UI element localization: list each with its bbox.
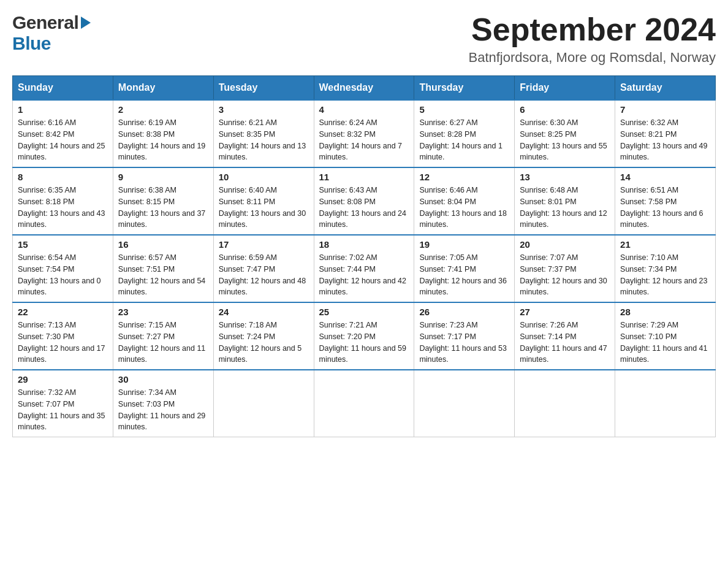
day-number: 25 — [319, 307, 409, 317]
day-number: 16 — [118, 239, 208, 250]
day-info: Sunrise: 7:15 AM Sunset: 7:27 PM Dayligh… — [118, 320, 208, 366]
day-info: Sunrise: 6:48 AM Sunset: 8:01 PM Dayligh… — [520, 185, 610, 231]
logo: General Blue — [12, 12, 91, 54]
calendar-week-2: 8 Sunrise: 6:35 AM Sunset: 8:18 PM Dayli… — [13, 167, 716, 235]
calendar-cell: 20 Sunrise: 7:07 AM Sunset: 7:37 PM Dayl… — [515, 235, 615, 302]
day-info: Sunrise: 6:43 AM Sunset: 8:08 PM Dayligh… — [319, 185, 409, 231]
day-number: 19 — [419, 239, 509, 250]
day-number: 23 — [118, 307, 208, 317]
day-number: 10 — [219, 172, 309, 182]
weekday-header-saturday: Saturday — [615, 76, 716, 101]
day-number: 13 — [520, 172, 610, 182]
calendar-cell: 1 Sunrise: 6:16 AM Sunset: 8:42 PM Dayli… — [13, 100, 113, 167]
day-info: Sunrise: 7:32 AM Sunset: 7:07 PM Dayligh… — [18, 387, 108, 433]
day-number: 8 — [18, 172, 108, 182]
month-title: September 2024 — [469, 12, 716, 47]
day-number: 28 — [620, 307, 710, 317]
day-info: Sunrise: 6:16 AM Sunset: 8:42 PM Dayligh… — [18, 117, 108, 163]
calendar-cell — [314, 370, 414, 437]
calendar-cell: 18 Sunrise: 7:02 AM Sunset: 7:44 PM Dayl… — [314, 235, 414, 302]
calendar-week-5: 29 Sunrise: 7:32 AM Sunset: 7:07 PM Dayl… — [13, 370, 716, 437]
calendar-cell: 16 Sunrise: 6:57 AM Sunset: 7:51 PM Dayl… — [113, 235, 213, 302]
day-info: Sunrise: 7:34 AM Sunset: 7:03 PM Dayligh… — [118, 387, 208, 433]
day-number: 3 — [219, 104, 309, 115]
day-info: Sunrise: 7:07 AM Sunset: 7:37 PM Dayligh… — [520, 252, 610, 298]
calendar-week-3: 15 Sunrise: 6:54 AM Sunset: 7:54 PM Dayl… — [13, 235, 716, 302]
day-number: 30 — [118, 374, 208, 385]
calendar-week-4: 22 Sunrise: 7:13 AM Sunset: 7:30 PM Dayl… — [13, 302, 716, 370]
day-info: Sunrise: 6:24 AM Sunset: 8:32 PM Dayligh… — [319, 117, 409, 163]
day-info: Sunrise: 7:29 AM Sunset: 7:10 PM Dayligh… — [620, 320, 710, 366]
day-info: Sunrise: 7:26 AM Sunset: 7:14 PM Dayligh… — [520, 320, 610, 366]
day-number: 18 — [319, 239, 409, 250]
calendar-cell: 23 Sunrise: 7:15 AM Sunset: 7:27 PM Dayl… — [113, 302, 213, 370]
calendar-cell: 2 Sunrise: 6:19 AM Sunset: 8:38 PM Dayli… — [113, 100, 213, 167]
day-number: 11 — [319, 172, 409, 182]
calendar-cell: 7 Sunrise: 6:32 AM Sunset: 8:21 PM Dayli… — [615, 100, 716, 167]
calendar-cell — [615, 370, 716, 437]
location-title: Batnfjordsora, More og Romsdal, Norway — [469, 50, 716, 66]
day-number: 17 — [219, 239, 309, 250]
day-info: Sunrise: 7:13 AM Sunset: 7:30 PM Dayligh… — [18, 320, 108, 366]
day-info: Sunrise: 6:46 AM Sunset: 8:04 PM Dayligh… — [419, 185, 509, 231]
day-info: Sunrise: 7:23 AM Sunset: 7:17 PM Dayligh… — [419, 320, 509, 366]
day-number: 6 — [520, 104, 610, 115]
calendar-cell: 5 Sunrise: 6:27 AM Sunset: 8:28 PM Dayli… — [414, 100, 515, 167]
day-info: Sunrise: 7:18 AM Sunset: 7:24 PM Dayligh… — [219, 320, 309, 366]
calendar-cell: 12 Sunrise: 6:46 AM Sunset: 8:04 PM Dayl… — [414, 167, 515, 235]
calendar-cell: 6 Sunrise: 6:30 AM Sunset: 8:25 PM Dayli… — [515, 100, 615, 167]
calendar-table: SundayMondayTuesdayWednesdayThursdayFrid… — [12, 75, 716, 437]
calendar-cell: 28 Sunrise: 7:29 AM Sunset: 7:10 PM Dayl… — [615, 302, 716, 370]
day-number: 27 — [520, 307, 610, 317]
day-info: Sunrise: 7:05 AM Sunset: 7:41 PM Dayligh… — [419, 252, 509, 298]
calendar-week-1: 1 Sunrise: 6:16 AM Sunset: 8:42 PM Dayli… — [13, 100, 716, 167]
calendar-cell: 27 Sunrise: 7:26 AM Sunset: 7:14 PM Dayl… — [515, 302, 615, 370]
calendar-cell: 17 Sunrise: 6:59 AM Sunset: 7:47 PM Dayl… — [213, 235, 314, 302]
calendar-cell: 8 Sunrise: 6:35 AM Sunset: 8:18 PM Dayli… — [13, 167, 113, 235]
day-info: Sunrise: 6:32 AM Sunset: 8:21 PM Dayligh… — [620, 117, 710, 163]
day-info: Sunrise: 6:27 AM Sunset: 8:28 PM Dayligh… — [419, 117, 509, 163]
day-info: Sunrise: 6:38 AM Sunset: 8:15 PM Dayligh… — [118, 185, 208, 231]
calendar-cell: 13 Sunrise: 6:48 AM Sunset: 8:01 PM Dayl… — [515, 167, 615, 235]
day-number: 4 — [319, 104, 409, 115]
day-info: Sunrise: 6:51 AM Sunset: 7:58 PM Dayligh… — [620, 185, 710, 231]
title-section: September 2024 Batnfjordsora, More og Ro… — [469, 12, 716, 66]
day-info: Sunrise: 6:35 AM Sunset: 8:18 PM Dayligh… — [18, 185, 108, 231]
calendar-cell: 25 Sunrise: 7:21 AM Sunset: 7:20 PM Dayl… — [314, 302, 414, 370]
day-info: Sunrise: 6:57 AM Sunset: 7:51 PM Dayligh… — [118, 252, 208, 298]
day-number: 24 — [219, 307, 309, 317]
day-info: Sunrise: 6:21 AM Sunset: 8:35 PM Dayligh… — [219, 117, 309, 163]
day-info: Sunrise: 6:54 AM Sunset: 7:54 PM Dayligh… — [18, 252, 108, 298]
day-number: 1 — [18, 104, 108, 115]
calendar-cell — [515, 370, 615, 437]
day-number: 15 — [18, 239, 108, 250]
calendar-cell: 22 Sunrise: 7:13 AM Sunset: 7:30 PM Dayl… — [13, 302, 113, 370]
logo-triangle-icon — [81, 17, 91, 29]
weekday-header-sunday: Sunday — [13, 76, 113, 101]
calendar-cell — [213, 370, 314, 437]
logo-blue-text: Blue — [12, 33, 51, 54]
day-info: Sunrise: 6:30 AM Sunset: 8:25 PM Dayligh… — [520, 117, 610, 163]
logo-general-text: General — [12, 12, 78, 33]
calendar-cell: 19 Sunrise: 7:05 AM Sunset: 7:41 PM Dayl… — [414, 235, 515, 302]
day-number: 5 — [419, 104, 509, 115]
calendar-cell: 4 Sunrise: 6:24 AM Sunset: 8:32 PM Dayli… — [314, 100, 414, 167]
day-number: 12 — [419, 172, 509, 182]
day-info: Sunrise: 6:40 AM Sunset: 8:11 PM Dayligh… — [219, 185, 309, 231]
day-number: 26 — [419, 307, 509, 317]
day-number: 22 — [18, 307, 108, 317]
day-info: Sunrise: 7:21 AM Sunset: 7:20 PM Dayligh… — [319, 320, 409, 366]
day-number: 7 — [620, 104, 710, 115]
day-number: 9 — [118, 172, 208, 182]
calendar-cell: 3 Sunrise: 6:21 AM Sunset: 8:35 PM Dayli… — [213, 100, 314, 167]
weekday-header-tuesday: Tuesday — [213, 76, 314, 101]
weekday-header-monday: Monday — [113, 76, 213, 101]
day-number: 2 — [118, 104, 208, 115]
page-header: General Blue September 2024 Batnfjordsor… — [12, 12, 716, 66]
weekday-header-friday: Friday — [515, 76, 615, 101]
calendar-cell: 21 Sunrise: 7:10 AM Sunset: 7:34 PM Dayl… — [615, 235, 716, 302]
day-number: 29 — [18, 374, 108, 385]
calendar-cell: 11 Sunrise: 6:43 AM Sunset: 8:08 PM Dayl… — [314, 167, 414, 235]
calendar-cell: 30 Sunrise: 7:34 AM Sunset: 7:03 PM Dayl… — [113, 370, 213, 437]
calendar-cell: 29 Sunrise: 7:32 AM Sunset: 7:07 PM Dayl… — [13, 370, 113, 437]
